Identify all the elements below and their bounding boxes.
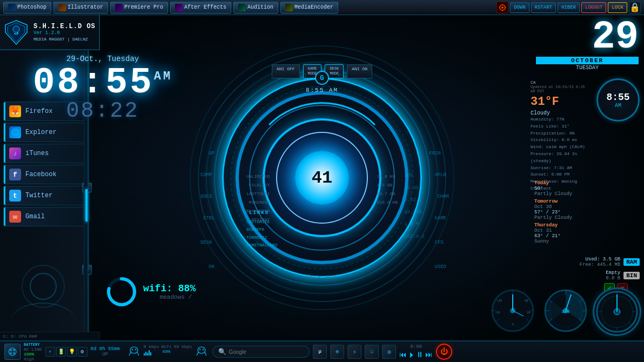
sidebar-circle-1	[22, 265, 65, 308]
mini-clock-time: 8:55	[606, 92, 629, 103]
pct4: 88.86%	[404, 206, 425, 219]
play-pause-button[interactable]: ⏵⏸	[408, 351, 424, 359]
link-scenefe[interactable]: SCENEFE	[246, 226, 278, 233]
battery-icons: ⚡ 🔋 💡 ⚙	[45, 347, 88, 357]
link-gametrailers[interactable]: GAMETRAILERS	[246, 242, 278, 249]
uptime-label: UP	[91, 352, 120, 357]
tomorrow-label: Tomorrow	[534, 199, 640, 204]
date-large: 29 OCTOBER TUESDAY	[531, 15, 644, 73]
lasttoday-label: LASTTODAI	[246, 190, 270, 198]
arc-links-list: CUSTOMIZE SCENEFE TORRENTZ GAMETRAILERS	[246, 218, 278, 250]
nav-facebook[interactable]: f Facebook	[3, 165, 86, 184]
time-ampm: AM	[154, 70, 172, 83]
logout-button[interactable]: LOGOUT	[581, 2, 606, 13]
gauge-right: 100	[541, 286, 590, 335]
aftereffects-label: After Effects	[184, 4, 226, 10]
feels-like: Feels Like: 31°	[531, 123, 590, 130]
taskbar-icon-gear[interactable]: ⚙	[382, 345, 396, 359]
taskbar-illustrator[interactable]: Illustrator	[53, 2, 108, 14]
arc-stats-right: 11.0 KB 4.5 GB 68.7 GB 816.6 KB	[377, 172, 398, 207]
hiber-button[interactable]: HIBER	[558, 2, 580, 13]
gmail-icon: ✉	[9, 211, 21, 223]
link-torrentz[interactable]: TORRENTZ	[246, 234, 278, 242]
gmail-label: Gmail	[25, 213, 45, 220]
taskbar-aftereffects[interactable]: After Effects	[170, 2, 231, 14]
rstart-button[interactable]: RSTART	[531, 2, 556, 13]
taskbar-icon-man[interactable]: ⚡	[347, 345, 361, 359]
start-button[interactable]	[4, 344, 21, 360]
arc-comp-label: COMP	[200, 172, 212, 178]
ani-on-button[interactable]: ANI ON	[347, 64, 372, 78]
taskbar-audition[interactable]: Audition	[233, 2, 278, 14]
link-customize[interactable]: CUSTOMIZE	[246, 218, 278, 226]
ani-off-button[interactable]: ANI OFF	[272, 64, 300, 78]
mediaencoder-icon	[285, 4, 293, 11]
battery-level: 100%	[24, 352, 42, 357]
wifi-ssid: ···· meadows /	[143, 294, 196, 300]
illustrator-label: Illustrator	[68, 4, 103, 10]
weather-location: CA	[531, 80, 590, 85]
search-container[interactable]: 🔍	[212, 346, 310, 358]
nav-twitter[interactable]: t Twitter	[3, 186, 86, 205]
drive-label: C: D: CPU RAM	[3, 334, 37, 339]
desk-mode-label: DESK	[330, 66, 339, 71]
tomorrow-cond: Partly Cloudy	[534, 215, 640, 220]
taskbar-icon-u[interactable]: μ	[313, 345, 327, 359]
search-icon: 🔍	[218, 348, 226, 356]
battery-icon-2: 🔋	[56, 347, 66, 357]
pct3: 3.92 G	[404, 194, 425, 206]
arc-dot-left	[303, 73, 306, 77]
bottom-taskbar: BATTERY AC LINE 100% High ⚡ 🔋 💡 ⚙ 0d 0h …	[0, 340, 644, 362]
prev-button[interactable]: ⏮	[399, 351, 407, 359]
pct6: SBI:4.6	[404, 231, 425, 243]
taskbar-mediaencoder[interactable]: MediaEncoder	[280, 2, 338, 14]
weekday-label: TUESDAY	[536, 65, 639, 71]
down-button[interactable]: DOWN	[510, 2, 529, 13]
bin-size: 0.0 B	[606, 276, 620, 281]
lock-button[interactable]: LOCK	[608, 2, 627, 13]
thursday-cond: Sunny	[534, 239, 640, 244]
svg-point-9	[13, 26, 19, 32]
system-controls: DOWN RSTART HIBER LOGOUT LOCK 🔒	[497, 2, 641, 14]
taskbar-photoshop[interactable]: Photoshop	[3, 2, 51, 14]
mini-clock-ampm: AM	[615, 103, 621, 109]
weather-panel: CA Updated at 10/29/13 8:25 AM PDT 31°F …	[531, 80, 590, 192]
thursday-temp: 63° / 21°	[534, 233, 640, 239]
links-header: LINKS	[249, 210, 269, 216]
audition-icon	[238, 4, 246, 11]
wifi-label: wifi: 88%	[143, 283, 196, 294]
thursday-label: Thursday	[534, 223, 640, 228]
nav-gmail[interactable]: ✉ Gmail	[3, 207, 86, 226]
audition-label: Audition	[247, 4, 273, 10]
taskbar-icon-cs[interactable]: ⊕	[330, 345, 344, 359]
arc-docs-label: DOCS	[200, 194, 212, 199]
arc-stats-left: UNLIMITED FILELIST LASTTODAI MININOVA RA…	[246, 172, 270, 224]
arc-on-label: ON	[209, 264, 214, 270]
nuclear-icon	[497, 2, 508, 14]
ram-label: RAM	[623, 258, 640, 266]
aftereffects-icon	[175, 4, 183, 11]
next-button[interactable]: ⏭	[425, 351, 433, 359]
mininova-label: MININOVA	[246, 198, 270, 207]
nav-itunes[interactable]: ♪ iTunes	[3, 144, 86, 163]
svg-line-55	[129, 352, 131, 356]
kbps-right: 09 kbps	[174, 344, 192, 359]
search-input[interactable]	[229, 349, 304, 355]
arc-dot-right	[338, 73, 341, 77]
twitter-icon: t	[9, 190, 21, 202]
tomorrow-temp: 57° / 23°	[534, 210, 640, 215]
uptime-widget: 0d 0h 55mm UP	[91, 346, 120, 357]
taskbar-premiere[interactable]: Premiere Pro	[110, 2, 168, 14]
svg-point-54	[130, 347, 138, 353]
battery-label: BATTERY	[24, 343, 42, 347]
lock-icon[interactable]: 🔒	[629, 2, 641, 14]
taskbar-icon-face[interactable]: ☺	[365, 345, 379, 359]
arc-desk-label: DESK	[200, 240, 212, 245]
battery-icon-4: ⚙	[78, 347, 88, 357]
nav-explorer[interactable]: 🌐 Explorer	[3, 123, 86, 142]
power-button[interactable]: ⏻	[436, 344, 452, 360]
pressure: Pressure: 29.94 In (steady)	[531, 151, 590, 165]
svg-line-61	[205, 352, 206, 356]
pct5: 1.0 M	[404, 218, 425, 231]
facebook-icon: f	[9, 169, 21, 180]
